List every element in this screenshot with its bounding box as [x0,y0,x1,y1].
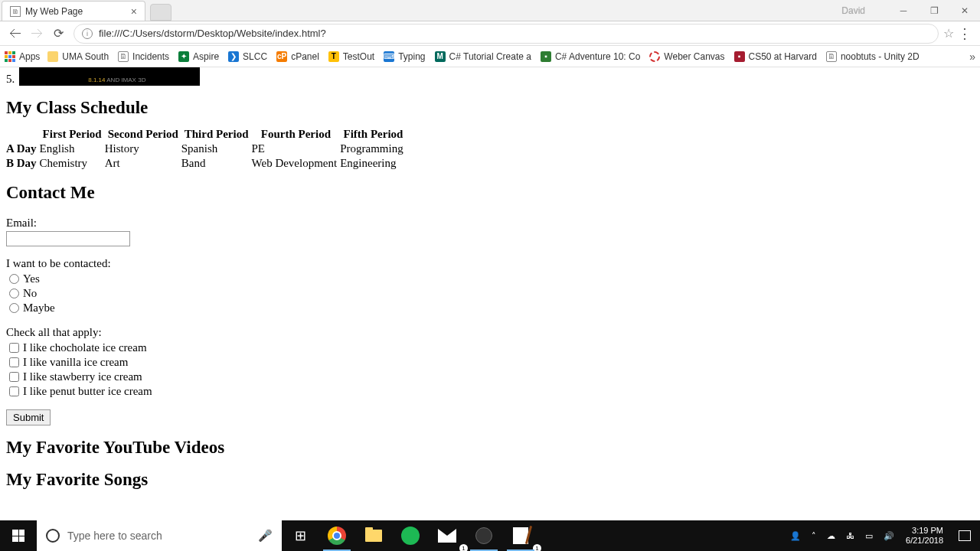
checkbox-group-label: Check all that apply: [6,326,974,339]
close-icon[interactable]: × [131,5,137,18]
bookmark-noobtuts[interactable]: 🗎noobtuts - Unity 2D [826,51,920,62]
bookmark-cpanel[interactable]: cPcPanel [276,51,319,62]
row-label: A Day [6,142,40,156]
schedule-heading: My Class Schedule [6,98,974,118]
start-button[interactable] [0,520,37,525]
bookmark-incidents[interactable]: 🗎Incidents [118,51,169,62]
apps-grid-icon [5,51,15,62]
checkbox-strawberry[interactable] [9,372,19,382]
taskbar-search[interactable]: Type here to search 🎤 [37,520,282,525]
address-bar: 🡠 🡢 ⟳ i file:///C:/Users/dstorm/Desktop/… [0,21,980,46]
col-header: Second Period [105,127,181,142]
file-explorer-icon[interactable] [355,520,392,525]
notepad-icon[interactable]: 1 [502,520,539,525]
checkbox-peanut-butter[interactable] [9,386,19,396]
back-button[interactable]: 🡠 [5,23,26,44]
videos-heading: My Favorite YouTube Videos [6,438,974,458]
col-header: Third Period [181,127,252,142]
bookmark-csharp-adventure[interactable]: ▪C# Adventure 10: Co [541,51,640,62]
taskbar: Type here to search 🎤 ⊞ 1 1 👤 ˄ ☁ 🖧 ▭ 🔊 … [0,520,980,525]
contacted-label: I want to be contacted: [6,257,974,270]
bookmark-csharp-tutorial[interactable]: MC# Tutorial Create a [435,51,531,62]
schedule-table: First Period Second Period Third Period … [6,127,407,171]
minimize-button[interactable]: ─ [888,1,919,21]
bookmark-weber-canvas[interactable]: Weber Canvas [649,51,724,62]
page-content: 5. 8.1.14 AND IMAX 3D My Class Schedule … [0,67,980,525]
col-header: Fifth Period [340,127,407,142]
bookmark-cs50[interactable]: ▪CS50 at Harvard [734,51,817,62]
bookmark-testout[interactable]: TTestOut [328,51,374,62]
tab-title: My Web Page [25,6,131,17]
url-text: file:///C:/Users/dstorm/Desktop/Website/… [99,28,326,39]
email-input[interactable] [6,231,130,246]
notification-center-icon[interactable] [949,520,980,525]
bookmark-uma-south[interactable]: UMA South [47,51,109,62]
new-tab-button[interactable] [150,4,172,21]
bookmarks-overflow-icon[interactable]: » [969,51,975,63]
checkbox-vanilla[interactable] [9,357,19,367]
checkbox-chocolate[interactable] [9,343,19,353]
tab-bar: 🗎 My Web Page × David ─ ❐ ✕ [0,0,980,21]
bookmarks-bar: Apps UMA South 🗎Incidents ✦Aspire ❯SLCC … [0,46,980,67]
bookmark-slcc[interactable]: ❯SLCC [228,51,267,62]
menu-button[interactable]: ⋮ [954,25,975,42]
obs-icon[interactable] [466,520,502,525]
table-header-row: First Period Second Period Third Period … [6,127,407,142]
maximize-button[interactable]: ❐ [919,1,949,21]
table-row: B Day Chemistry Art Band Web Development… [6,156,407,171]
page-icon: 🗎 [10,6,21,17]
songs-heading: My Favorite Songs [6,470,974,490]
radio-yes[interactable] [9,274,19,284]
email-label: Email: [6,217,974,230]
forward-button[interactable]: 🡢 [26,23,47,44]
submit-button[interactable]: Submit [6,409,51,425]
col-header: First Period [40,127,105,142]
reload-button[interactable]: ⟳ [47,23,69,44]
task-view-button[interactable]: ⊞ [282,520,318,525]
bookmark-typing[interactable]: ⌨Typing [384,51,425,62]
system-tray: 👤 ˄ ☁ 🖧 ▭ 🔊 3:19 PM 6/21/2018 [785,520,980,525]
user-label[interactable]: David [841,5,865,16]
apps-button[interactable]: Apps [5,51,40,62]
url-field[interactable]: i file:///C:/Users/dstorm/Desktop/Websit… [74,24,939,44]
browser-tab[interactable]: 🗎 My Web Page × [2,1,145,21]
movie-poster-image: 8.1.14 AND IMAX 3D [19,67,200,86]
chrome-taskbar-icon[interactable] [318,520,355,525]
spotify-icon[interactable] [392,520,429,525]
row-label: B Day [6,156,40,171]
col-header: Fourth Period [252,127,341,142]
table-row: A Day English History Spanish PE Program… [6,142,407,156]
close-window-button[interactable]: ✕ [949,1,980,21]
radio-no[interactable] [9,289,19,298]
bookmark-aspire[interactable]: ✦Aspire [178,51,219,62]
bookmark-star-icon[interactable]: ☆ [943,26,954,41]
radio-maybe[interactable] [9,303,19,313]
mail-icon[interactable]: 1 [429,520,466,525]
list-number: 5. [6,73,15,86]
info-icon[interactable]: i [82,28,93,39]
contact-heading: Contact Me [6,183,974,203]
